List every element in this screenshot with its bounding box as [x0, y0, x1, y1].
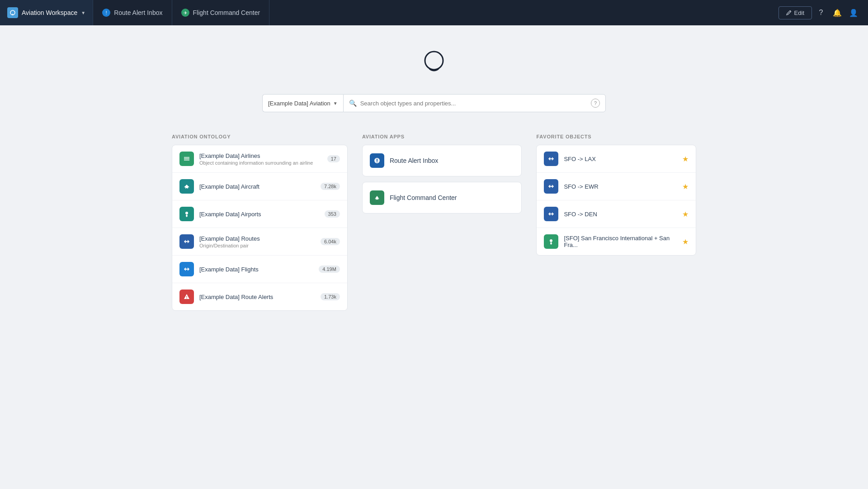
routes-name: [Example Data] Routes: [199, 235, 315, 242]
svg-rect-2: [184, 157, 189, 158]
route-alert-tab-icon: !: [102, 9, 110, 17]
search-input[interactable]: [360, 100, 587, 107]
airlines-name: [Example Data] Airlines: [199, 152, 322, 159]
routes-badge: 6.04k: [321, 238, 340, 245]
apps-list: Route Alert Inbox Flight Command Center: [362, 145, 522, 214]
aircraft-name: [Example Data] Aircraft: [199, 183, 315, 190]
airlines-icon: [179, 152, 194, 166]
routes-icon: [179, 234, 194, 249]
favorites-section: FAVORITE OBJECTS SFO -> LAX ★ SFO -> EWR…: [536, 134, 696, 256]
app-card-flight-command-center[interactable]: Flight Command Center: [362, 182, 522, 214]
bell-icon: 🔔: [833, 9, 842, 17]
aircraft-text: [Example Data] Aircraft: [199, 183, 315, 190]
route-alerts-badge: 1.73k: [321, 293, 340, 300]
favorites-list: SFO -> LAX ★ SFO -> EWR ★ SFO -> DEN ★: [536, 145, 696, 256]
aircraft-badge: 7.28k: [321, 183, 340, 190]
airports-name: [Example Data] Airports: [199, 211, 319, 218]
sfo-lax-icon: [544, 152, 558, 166]
workspace-label: Aviation Workspace: [22, 9, 77, 16]
sfo-airport-name: [SFO] San Francisco International + San …: [564, 235, 677, 248]
ontology-item-routes[interactable]: [Example Data] Routes Origin/Destination…: [172, 228, 347, 256]
favorite-item-sfo-lax[interactable]: SFO -> LAX ★: [537, 145, 696, 173]
search-help-icon[interactable]: ?: [591, 99, 600, 108]
airports-badge: 353: [325, 210, 340, 218]
notifications-button[interactable]: 🔔: [830, 5, 844, 20]
airports-icon: [179, 207, 194, 221]
ontology-item-route-alerts[interactable]: [Example Data] Route Alerts 1.73k: [172, 283, 347, 310]
flights-badge: 4.19M: [319, 266, 340, 273]
flight-command-tab-label: Flight Command Center: [193, 9, 260, 16]
ontology-section-title: AVIATION ONTOLOGY: [172, 134, 348, 139]
svg-point-6: [186, 298, 187, 299]
ontology-item-airports[interactable]: [Example Data] Airports 353: [172, 200, 347, 228]
aircraft-icon: [179, 179, 194, 194]
ontology-section: AVIATION ONTOLOGY [Example Data] Airline…: [172, 134, 348, 311]
route-alerts-icon: [179, 290, 194, 304]
routes-sub: Origin/Destination pair: [199, 243, 315, 248]
ontology-dropdown-chevron-icon: ▼: [333, 101, 338, 106]
nav-right: Edit ? 🔔 👤: [778, 5, 868, 20]
apps-section: AVIATION APPS Route Alert Inbox Flight C…: [362, 134, 522, 214]
svg-rect-3: [184, 158, 189, 159]
columns-wrap: AVIATION ONTOLOGY [Example Data] Airline…: [172, 134, 696, 311]
search-icon: 🔍: [349, 100, 357, 107]
route-alerts-text: [Example Data] Route Alerts: [199, 294, 315, 300]
svg-rect-4: [184, 160, 189, 161]
flight-command-app-name: Flight Command Center: [390, 194, 457, 201]
workspace-icon: [7, 7, 18, 18]
sfo-airport-icon: [544, 234, 558, 249]
search-input-wrap: 🔍 ?: [343, 94, 606, 112]
sfo-lax-star-icon[interactable]: ★: [682, 155, 689, 163]
route-alert-app-icon: [370, 153, 384, 168]
sfo-airport-star-icon[interactable]: ★: [682, 237, 689, 246]
help-button[interactable]: ?: [814, 5, 828, 20]
airlines-badge: 17: [327, 155, 340, 162]
search-bar: [Example Data] Aviation ▼ 🔍 ?: [262, 94, 606, 112]
sfo-lax-name: SFO -> LAX: [564, 156, 677, 162]
sfo-ewr-name: SFO -> EWR: [564, 183, 677, 190]
flight-command-tab[interactable]: ✈ Flight Command Center: [172, 0, 270, 25]
sfo-den-star-icon[interactable]: ★: [682, 210, 689, 218]
sfo-ewr-star-icon[interactable]: ★: [682, 182, 689, 191]
edit-label: Edit: [794, 9, 804, 16]
ontology-list: [Example Data] Airlines Object containin…: [172, 145, 348, 311]
favorite-item-sfo-den[interactable]: SFO -> DEN ★: [537, 200, 696, 228]
logo-area: [420, 48, 448, 80]
route-alert-tab[interactable]: ! Route Alert Inbox: [93, 0, 172, 25]
favorite-item-sfo-ewr[interactable]: SFO -> EWR ★: [537, 173, 696, 200]
flights-text: [Example Data] Flights: [199, 266, 313, 273]
route-alert-tab-label: Route Alert Inbox: [114, 9, 162, 16]
main-content: [Example Data] Aviation ▼ 🔍 ? AVIATION O…: [0, 25, 868, 311]
airports-text: [Example Data] Airports: [199, 211, 319, 218]
user-avatar[interactable]: 👤: [846, 5, 861, 20]
ontology-item-aircraft[interactable]: [Example Data] Aircraft 7.28k: [172, 173, 347, 200]
app-logo: [420, 48, 448, 80]
flight-command-app-icon: [370, 190, 384, 205]
favorites-section-title: FAVORITE OBJECTS: [536, 134, 696, 139]
ontology-dropdown-label: [Example Data] Aviation: [268, 100, 330, 107]
airlines-sub: Object containing information surroundin…: [199, 160, 322, 166]
svg-point-1: [425, 52, 443, 70]
route-alerts-name: [Example Data] Route Alerts: [199, 294, 315, 300]
svg-point-9: [550, 239, 552, 242]
flights-icon: [179, 262, 194, 276]
ontology-dropdown[interactable]: [Example Data] Aviation ▼: [262, 94, 343, 112]
user-icon: 👤: [849, 9, 858, 17]
top-navigation: Aviation Workspace ▼ ! Route Alert Inbox…: [0, 0, 868, 25]
svg-point-5: [185, 212, 188, 214]
sfo-den-icon: [544, 207, 558, 221]
help-icon: ?: [819, 9, 823, 17]
routes-text: [Example Data] Routes Origin/Destination…: [199, 235, 315, 248]
edit-button[interactable]: Edit: [778, 6, 812, 19]
sfo-ewr-icon: [544, 179, 558, 194]
ontology-item-airlines[interactable]: [Example Data] Airlines Object containin…: [172, 145, 347, 173]
apps-section-title: AVIATION APPS: [362, 134, 522, 139]
ontology-item-flights[interactable]: [Example Data] Flights 4.19M: [172, 256, 347, 283]
favorite-item-sfo-airport[interactable]: [SFO] San Francisco International + San …: [537, 228, 696, 255]
workspace-tab[interactable]: Aviation Workspace ▼: [0, 0, 93, 25]
edit-icon: [786, 10, 792, 15]
app-card-route-alert-inbox[interactable]: Route Alert Inbox: [362, 145, 522, 176]
svg-point-8: [377, 161, 377, 162]
route-alert-app-name: Route Alert Inbox: [390, 157, 438, 164]
airlines-text: [Example Data] Airlines Object containin…: [199, 152, 322, 166]
